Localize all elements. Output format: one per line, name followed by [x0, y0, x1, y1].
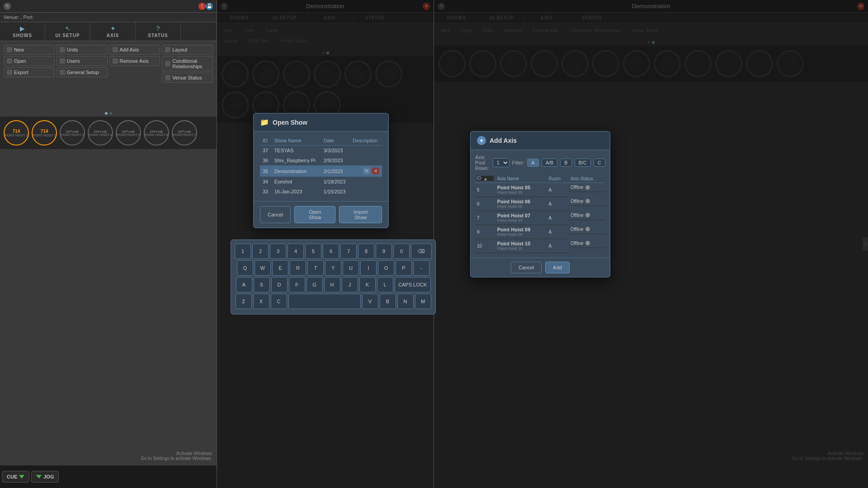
hoist-4[interactable]: OFFLINE POINT HOIST 4: [88, 120, 113, 145]
shows-icon: ▶: [20, 25, 25, 32]
key-f[interactable]: F: [289, 277, 305, 292]
save-icon[interactable]: 💾: [206, 3, 213, 10]
hoist-7[interactable]: OFFLINE POINT HOIST 7: [172, 120, 197, 145]
filter-a-btn[interactable]: A: [527, 159, 538, 167]
hoist-2[interactable]: 714 POINT HOIST 2: [32, 120, 57, 145]
hoist-5[interactable]: OFFLINE POINT HOIST 5: [116, 120, 141, 145]
key-z[interactable]: Z: [236, 294, 252, 309]
show-row-0[interactable]: 37 TESYAS 3/3/2023: [260, 145, 382, 156]
add-axis-add-btn[interactable]: Add: [545, 262, 570, 273]
key-v[interactable]: V: [362, 294, 378, 309]
key-p[interactable]: P: [396, 260, 412, 276]
key-x[interactable]: X: [253, 294, 269, 309]
add-axis-btn[interactable]: Add Axis: [109, 45, 160, 55]
hoist-3[interactable]: OFFLINE POINT HOIST 3: [60, 120, 85, 145]
key-i[interactable]: I: [360, 260, 377, 276]
filter-c-btn[interactable]: C: [594, 159, 605, 167]
key-e[interactable]: E: [272, 260, 288, 276]
key-h[interactable]: H: [324, 277, 340, 292]
axis-row-1[interactable]: 6 Point Hoist 06 Point Hoist 06 A Offlin…: [475, 197, 605, 211]
key-6[interactable]: 6: [323, 244, 339, 259]
key-c[interactable]: C: [271, 294, 287, 309]
show-row-3[interactable]: 34 Eyeshot 1/18/2023: [260, 177, 382, 187]
key-w[interactable]: W: [255, 260, 271, 276]
hoist-6[interactable]: OFFLINE POINT HOIST 6: [144, 120, 169, 145]
key-d[interactable]: D: [271, 277, 288, 292]
key-y[interactable]: Y: [325, 260, 341, 276]
key-l[interactable]: L: [377, 277, 393, 292]
cancel-btn[interactable]: Cancel: [260, 206, 291, 223]
filter-bc-btn[interactable]: B/C: [575, 159, 591, 167]
units-btn[interactable]: Units: [57, 45, 108, 55]
key-r[interactable]: R: [290, 260, 306, 276]
filter-ab-btn[interactable]: A/B: [542, 159, 558, 167]
key-n[interactable]: N: [397, 294, 414, 309]
tab-shows[interactable]: ▶ SHOWS: [0, 22, 45, 41]
keyboard: 1 2 3 4 5 6 7 8 9 0 ⌫ Q W E R T Y U I: [231, 239, 436, 314]
show-row-4[interactable]: 33 16-Jan-2023 1/15/2023: [260, 187, 382, 197]
key-4[interactable]: 4: [288, 244, 304, 259]
hoist-area: 714 POINT HOIST 1 714 POINT HOIST 2 OFFL…: [0, 117, 217, 149]
key-backspace[interactable]: ⌫: [411, 244, 432, 259]
key-3[interactable]: 3: [270, 244, 286, 259]
new-show-btn[interactable]: New: [4, 45, 55, 55]
dot-2: [109, 112, 112, 115]
key-8[interactable]: 8: [358, 244, 374, 259]
key-2[interactable]: 2: [252, 244, 269, 259]
key-0[interactable]: 0: [393, 244, 410, 259]
bottom-bar-left: CUE JOG: [0, 465, 217, 488]
jog-button[interactable]: JOG: [31, 471, 59, 483]
show-row-1[interactable]: 36 Shiv_Raspberry Pi 2/9/2023: [260, 155, 382, 165]
edit-icon[interactable]: ✎: [4, 3, 11, 10]
key-g[interactable]: G: [307, 277, 323, 292]
axis-row-0[interactable]: 5 Point Hoist 05 Point Hoist 05 A Offlin…: [475, 183, 605, 197]
axis-pool-rows-select[interactable]: 1: [493, 158, 509, 167]
axis-cell-status: Offline: [569, 211, 605, 220]
show-cell-desc: ✎✕: [350, 165, 382, 177]
import-show-btn[interactable]: Import Show: [339, 206, 382, 223]
key-9[interactable]: 9: [376, 244, 392, 259]
key-j[interactable]: J: [342, 277, 358, 292]
cue-button[interactable]: CUE: [2, 471, 29, 483]
status-dot-2: [585, 213, 590, 217]
tab-axis[interactable]: ✦ AXIS: [90, 22, 136, 41]
key-s[interactable]: S: [254, 277, 270, 292]
key-5[interactable]: 5: [305, 244, 321, 259]
key-space[interactable]: [288, 294, 361, 309]
keyboard-row-1: 1 2 3 4 5 6 7 8 9 0 ⌫: [235, 244, 432, 259]
axis-row-3[interactable]: 9 Point Hoist 09 Point Hoist 09 A Offlin…: [475, 225, 605, 239]
axis-row-4[interactable]: 10 Point Hoist 10 Point Hoist 10 A Offli…: [475, 239, 605, 253]
layout-btn[interactable]: Layout: [162, 45, 213, 55]
axis-row-2[interactable]: 7 Point Hoist 07 Point Hoist 07 A Offlin…: [475, 211, 605, 225]
users-btn[interactable]: Users: [57, 56, 108, 66]
key-dash[interactable]: -: [413, 260, 429, 276]
venue-status-btn[interactable]: Venue Status: [162, 73, 213, 83]
key-t[interactable]: T: [307, 260, 324, 276]
delete-row-btn[interactable]: ✕: [372, 168, 379, 174]
hoist-1[interactable]: 714 POINT HOIST 1: [4, 120, 29, 145]
key-q[interactable]: Q: [237, 260, 253, 276]
key-1[interactable]: 1: [235, 244, 251, 259]
key-k[interactable]: K: [359, 277, 376, 292]
filter-b-btn[interactable]: B: [560, 159, 571, 167]
key-o[interactable]: O: [378, 260, 394, 276]
key-caps[interactable]: CAPS LOCK: [395, 277, 431, 292]
status-section: Layout Conditional Relationships Venue S…: [162, 45, 213, 84]
key-b[interactable]: B: [380, 294, 396, 309]
export-show-btn[interactable]: Export: [4, 67, 55, 77]
conditional-rel-btn[interactable]: Conditional Relationships: [162, 56, 213, 71]
key-m[interactable]: M: [415, 294, 431, 309]
tab-status[interactable]: ? STATUS: [136, 22, 181, 41]
remove-axis-btn[interactable]: Remove Axis: [109, 56, 160, 66]
open-show-btn[interactable]: Open: [4, 56, 55, 66]
key-u[interactable]: U: [343, 260, 359, 276]
tab-ui-setup[interactable]: ↖ UI SETUP: [45, 22, 90, 41]
add-axis-cancel-btn[interactable]: Cancel: [511, 262, 542, 273]
edit-row-btn[interactable]: ✎: [363, 168, 370, 174]
keyboard-row-3: A S D F G H J K L CAPS LOCK: [235, 277, 432, 292]
show-row-2[interactable]: 35 Demonstration 2/1/2023 ✎✕: [260, 165, 382, 177]
key-a[interactable]: A: [236, 277, 252, 292]
key-7[interactable]: 7: [340, 244, 357, 259]
general-setup-btn[interactable]: General Setup: [57, 67, 108, 77]
open-show-btn[interactable]: Open Show: [294, 206, 335, 223]
